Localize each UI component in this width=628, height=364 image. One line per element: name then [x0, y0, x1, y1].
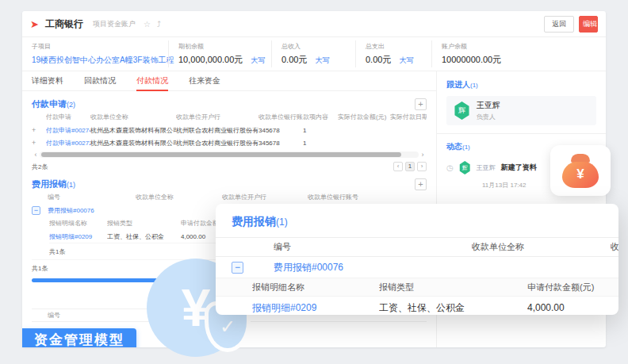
follower-name: 王亚辉 [477, 100, 500, 111]
popup-title: 费用报销(1) [232, 215, 618, 229]
back-button[interactable]: 返回 [544, 16, 574, 33]
scrollbar-track[interactable] [40, 151, 419, 158]
column-header: 收款单位开户行 [611, 241, 618, 253]
column-header: 实际付款日期 [390, 113, 427, 121]
money-bag-card: ¥ [550, 145, 611, 196]
scroll-right-icon[interactable]: › [419, 151, 427, 158]
expense-section-title: 费用报销(1) [32, 178, 75, 190]
collapse-icon[interactable]: − [232, 262, 243, 274]
field-value: 0.00元大写 [366, 54, 422, 66]
column-header: 报销类型 [379, 282, 527, 293]
column-header: 收款单位全称 [90, 113, 176, 121]
expand-icon[interactable]: + [32, 126, 46, 134]
subproject-link[interactable]: 19楼西投创智中心办公室A幢3F装饰工程 [32, 55, 159, 66]
summary-field-account-balance: 账户余额 10000000.00元 [431, 40, 558, 67]
page-title: 工商银行 [45, 17, 83, 31]
model-badge: 资金管理模型 [22, 328, 136, 347]
app-header: ➤ 工商银行 项目资金账户 ☆ ⤴ 返回 编辑 [22, 11, 606, 37]
payee-bank-cell: 杭州联合农村商业银行股份有限公司半山支行 [176, 139, 258, 148]
add-expense-button[interactable]: + [415, 178, 427, 190]
bank-logo-icon: ➤ [30, 19, 39, 29]
page-subtitle: 项目资金账户 [93, 19, 136, 29]
payment-section-header: 付款申请(2) + [32, 98, 427, 110]
expense-section-header: 费用报销(1) + [32, 178, 427, 190]
column-header: 收款单位银行账号 [308, 193, 427, 201]
column-header: 收款单位全称 [472, 241, 611, 253]
sidebar-divider [437, 133, 606, 134]
summary-field-opening-balance: 期初余额 10,000,000.00元大写 [168, 40, 271, 67]
edit-button[interactable]: 编辑 [579, 16, 598, 33]
payment-request-link[interactable]: 付款申请#00274 [46, 126, 90, 135]
column-header: 款项内容 [303, 113, 338, 121]
scrollbar-thumb[interactable] [41, 152, 401, 157]
collapse-icon[interactable]: − [32, 206, 40, 215]
scroll-left-icon[interactable]: ‹ [32, 151, 40, 158]
column-header: 收款单位开户行 [222, 193, 308, 201]
detail-link[interactable]: 报销明细#0209 [252, 301, 379, 315]
activity-action: 新建了资料 [501, 163, 537, 173]
summary-field-total-income: 总收入 0.00元大写 [271, 40, 355, 67]
field-value: 10,000,000.00元大写 [178, 54, 262, 66]
payment-section-title: 付款申请(2) [32, 98, 75, 110]
payment-table-row: + 付款申请#00272 杭州品木森鹿装饰材料有限公司 杭州联合农村商业银行股份… [32, 136, 427, 149]
next-page-button[interactable]: › [417, 162, 427, 171]
tab-payments[interactable]: 付款情况 [136, 71, 168, 91]
expense-type-cell: 工资、社保、公积金 [107, 232, 181, 241]
column-header: 报销明细名称 [49, 219, 107, 228]
field-label: 总收入 [281, 42, 346, 51]
field-value: 10000000.00元 [442, 54, 549, 66]
field-label: 账户余额 [442, 42, 549, 51]
tab-current-funds[interactable]: 往来资金 [189, 71, 220, 91]
expense-link[interactable]: 费用报销#00076 [48, 206, 136, 215]
follower-section-title: 跟进人(1) [446, 79, 596, 90]
field-label: 子项目 [32, 42, 159, 51]
caps-link[interactable]: 大写 [315, 56, 329, 64]
column-header: 编号 [274, 241, 472, 253]
payment-table-header: 付款申请 收款单位全称 收款单位开户行 收款单位银行账号 款项内容 实际付款金额… [32, 110, 427, 124]
follower-info: 王亚辉 负责人 [477, 100, 500, 121]
payee-bank-cell: 杭州联合农村商业银行股份有限公司半山支行 [176, 126, 258, 135]
payment-request-link[interactable]: 付款申请#00272 [46, 139, 90, 148]
tab-bar: 详细资料 回款情况 付款情况 往来资金 [22, 71, 436, 91]
column-header: 收款单位全称 [136, 193, 222, 201]
column-header: 编号 [48, 193, 136, 201]
add-payment-button[interactable]: + [415, 98, 427, 110]
popup-table-header: 编号 收款单位全称 收款单位开户行 [216, 237, 618, 257]
field-value: 0.00元大写 [281, 54, 346, 66]
detail-link[interactable]: 报销明细#0209 [49, 232, 107, 241]
avatar: 辉 [454, 102, 470, 120]
horizontal-scrollbar: ‹ › [32, 151, 427, 159]
summary-bar: 子项目 19楼西投创智中心办公室A幢3F装饰工程 期初余额 10,000,000… [22, 37, 606, 71]
share-icon[interactable]: ⤴ [157, 20, 161, 29]
activity-user: 王亚辉 [477, 163, 496, 172]
payment-content-cell: 1 [303, 127, 338, 134]
payee-company-cell: 杭州品木森鹿装饰材料有限公司 [90, 126, 176, 135]
money-bag-knot [571, 154, 590, 163]
pagination: ‹ 1 › [393, 162, 427, 171]
prev-page-button[interactable]: ‹ [393, 162, 403, 171]
expense-link[interactable]: 费用报销#00076 [274, 261, 472, 274]
bank-account-cell: 345678 [258, 127, 303, 134]
popup-detail-header: 报销明细名称 报销类型 申请付款金额(元) [216, 278, 618, 297]
star-icon[interactable]: ☆ [144, 20, 151, 29]
money-bag-icon: ¥ [562, 162, 599, 188]
expand-icon[interactable]: + [32, 139, 46, 147]
column-header: 付款申请 [46, 113, 90, 121]
caps-link[interactable]: 大写 [251, 56, 265, 64]
expense-zoom-popup: 费用报销(1) 编号 收款单位全称 收款单位开户行 − 费用报销#00076 报… [216, 204, 618, 315]
summary-field-subproject: 子项目 19楼西投创智中心办公室A幢3F装饰工程 [22, 40, 168, 67]
column-header: 报销类型 [107, 219, 181, 228]
expense-table-header: 编号 收款单位全称 收款单位开户行 收款单位银行账号 [32, 190, 427, 204]
follower-card[interactable]: 辉 王亚辉 负责人 [446, 96, 596, 125]
popup-detail-row: 报销明细#0209 工资、社保、公积金 4,000.00 [216, 297, 618, 315]
tab-collections[interactable]: 回款情况 [84, 71, 116, 91]
bank-account-cell: 345678 [258, 140, 303, 147]
column-header: 实际付款金额(元) [338, 113, 390, 121]
total-count: 共2条 [32, 163, 48, 171]
column-header: 收款单位开户行 [176, 113, 258, 121]
caps-link[interactable]: 大写 [399, 56, 413, 64]
page-number[interactable]: 1 [405, 162, 415, 171]
tab-details[interactable]: 详细资料 [32, 71, 63, 91]
payee-company-cell: 杭州品木森鹿装饰材料有限公司 [90, 139, 176, 148]
popup-expense-row: − 费用报销#00076 [216, 257, 618, 278]
